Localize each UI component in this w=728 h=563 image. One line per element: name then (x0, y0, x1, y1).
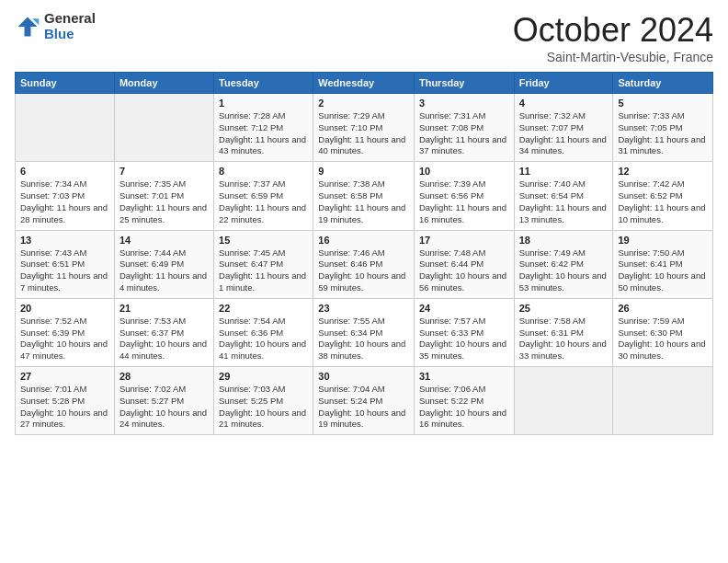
day-number: 1 (219, 98, 308, 109)
calendar-cell: 31Sunrise: 7:06 AM Sunset: 5:22 PM Dayli… (414, 367, 514, 435)
day-number: 31 (419, 371, 509, 382)
day-number: 26 (618, 303, 708, 314)
calendar-cell: 28Sunrise: 7:02 AM Sunset: 5:27 PM Dayli… (114, 367, 213, 435)
calendar-cell: 3Sunrise: 7:31 AM Sunset: 7:08 PM Daylig… (414, 94, 514, 162)
logo-blue-text: Blue (44, 27, 96, 42)
day-number: 10 (419, 166, 509, 177)
calendar-cell: 23Sunrise: 7:55 AM Sunset: 6:34 PM Dayli… (313, 298, 415, 366)
calendar-cell: 6Sunrise: 7:34 AM Sunset: 7:03 PM Daylig… (16, 162, 115, 230)
calendar-cell: 30Sunrise: 7:04 AM Sunset: 5:24 PM Dayli… (313, 367, 415, 435)
day-info: Sunrise: 7:50 AM Sunset: 6:41 PM Dayligh… (618, 247, 708, 294)
day-number: 5 (618, 98, 708, 109)
col-header-tuesday: Tuesday (214, 73, 313, 94)
calendar-cell: 4Sunrise: 7:32 AM Sunset: 7:07 PM Daylig… (514, 94, 613, 162)
day-number: 22 (219, 303, 308, 314)
calendar-cell (114, 94, 213, 162)
day-info: Sunrise: 7:53 AM Sunset: 6:37 PM Dayligh… (119, 316, 209, 362)
day-info: Sunrise: 7:46 AM Sunset: 6:46 PM Dayligh… (318, 247, 409, 294)
calendar-cell: 12Sunrise: 7:42 AM Sunset: 6:52 PM Dayli… (613, 162, 713, 230)
calendar-cell (613, 367, 713, 435)
header: General Blue October 2024 Saint-Martin-V… (15, 11, 713, 64)
day-number: 16 (318, 235, 409, 246)
calendar-cell: 2Sunrise: 7:29 AM Sunset: 7:10 PM Daylig… (313, 94, 415, 162)
calendar-cell: 9Sunrise: 7:38 AM Sunset: 6:58 PM Daylig… (313, 162, 415, 230)
day-number: 19 (618, 235, 708, 246)
calendar-cell: 21Sunrise: 7:53 AM Sunset: 6:37 PM Dayli… (114, 298, 213, 366)
day-info: Sunrise: 7:02 AM Sunset: 5:27 PM Dayligh… (119, 384, 209, 431)
day-number: 3 (419, 98, 509, 109)
col-header-friday: Friday (514, 73, 613, 94)
col-header-saturday: Saturday (613, 73, 713, 94)
day-info: Sunrise: 7:28 AM Sunset: 7:12 PM Dayligh… (219, 110, 308, 157)
day-info: Sunrise: 7:49 AM Sunset: 6:42 PM Dayligh… (519, 247, 609, 294)
day-info: Sunrise: 7:45 AM Sunset: 6:47 PM Dayligh… (219, 247, 308, 294)
calendar-cell: 26Sunrise: 7:59 AM Sunset: 6:30 PM Dayli… (613, 298, 713, 366)
calendar-cell: 8Sunrise: 7:37 AM Sunset: 6:59 PM Daylig… (214, 162, 313, 230)
calendar-cell: 20Sunrise: 7:52 AM Sunset: 6:39 PM Dayli… (16, 298, 115, 366)
day-info: Sunrise: 7:40 AM Sunset: 6:54 PM Dayligh… (519, 178, 609, 225)
calendar-cell: 1Sunrise: 7:28 AM Sunset: 7:12 PM Daylig… (214, 94, 313, 162)
day-number: 7 (119, 166, 209, 177)
day-number: 24 (419, 303, 509, 314)
day-info: Sunrise: 7:42 AM Sunset: 6:52 PM Dayligh… (618, 178, 708, 225)
week-row-4: 20Sunrise: 7:52 AM Sunset: 6:39 PM Dayli… (16, 298, 713, 366)
calendar-cell (514, 367, 613, 435)
day-number: 17 (419, 235, 509, 246)
day-info: Sunrise: 7:01 AM Sunset: 5:28 PM Dayligh… (20, 384, 109, 431)
logo-text: General Blue (44, 11, 96, 41)
col-header-sunday: Sunday (16, 73, 115, 94)
logo-general-text: General (44, 11, 96, 27)
calendar-table: SundayMondayTuesdayWednesdayThursdayFrid… (15, 72, 713, 435)
day-info: Sunrise: 7:39 AM Sunset: 6:56 PM Dayligh… (419, 178, 509, 225)
week-row-3: 13Sunrise: 7:43 AM Sunset: 6:51 PM Dayli… (16, 230, 713, 298)
calendar-cell: 5Sunrise: 7:33 AM Sunset: 7:05 PM Daylig… (613, 94, 713, 162)
calendar-cell (16, 94, 115, 162)
day-number: 18 (519, 235, 609, 246)
day-number: 30 (318, 371, 409, 382)
week-row-5: 27Sunrise: 7:01 AM Sunset: 5:28 PM Dayli… (16, 367, 713, 435)
calendar-cell: 10Sunrise: 7:39 AM Sunset: 6:56 PM Dayli… (414, 162, 514, 230)
day-info: Sunrise: 7:52 AM Sunset: 6:39 PM Dayligh… (20, 316, 109, 362)
day-info: Sunrise: 7:03 AM Sunset: 5:25 PM Dayligh… (219, 384, 308, 431)
logo-icon (15, 14, 40, 40)
day-number: 27 (20, 371, 109, 382)
day-info: Sunrise: 7:59 AM Sunset: 6:30 PM Dayligh… (618, 316, 708, 362)
week-row-1: 1Sunrise: 7:28 AM Sunset: 7:12 PM Daylig… (16, 94, 713, 162)
header-row: SundayMondayTuesdayWednesdayThursdayFrid… (16, 73, 713, 94)
day-info: Sunrise: 7:33 AM Sunset: 7:05 PM Dayligh… (618, 110, 708, 157)
day-info: Sunrise: 7:35 AM Sunset: 7:01 PM Dayligh… (119, 178, 209, 225)
calendar-cell: 24Sunrise: 7:57 AM Sunset: 6:33 PM Dayli… (414, 298, 514, 366)
day-info: Sunrise: 7:44 AM Sunset: 6:49 PM Dayligh… (119, 247, 209, 294)
day-info: Sunrise: 7:55 AM Sunset: 6:34 PM Dayligh… (318, 316, 409, 362)
day-info: Sunrise: 7:34 AM Sunset: 7:03 PM Dayligh… (20, 178, 109, 225)
calendar-cell: 22Sunrise: 7:54 AM Sunset: 6:36 PM Dayli… (214, 298, 313, 366)
day-number: 28 (119, 371, 209, 382)
calendar-cell: 25Sunrise: 7:58 AM Sunset: 6:31 PM Dayli… (514, 298, 613, 366)
day-number: 6 (20, 166, 109, 177)
day-number: 2 (318, 98, 409, 109)
calendar-cell: 15Sunrise: 7:45 AM Sunset: 6:47 PM Dayli… (214, 230, 313, 298)
logo: General Blue (15, 11, 96, 41)
day-number: 12 (618, 166, 708, 177)
calendar-cell: 16Sunrise: 7:46 AM Sunset: 6:46 PM Dayli… (313, 230, 415, 298)
day-number: 23 (318, 303, 409, 314)
page: General Blue October 2024 Saint-Martin-V… (0, 0, 728, 563)
calendar-cell: 17Sunrise: 7:48 AM Sunset: 6:44 PM Dayli… (414, 230, 514, 298)
col-header-wednesday: Wednesday (313, 73, 415, 94)
day-number: 21 (119, 303, 209, 314)
title-location: Saint-Martin-Vesubie, France (513, 50, 713, 64)
day-number: 4 (519, 98, 609, 109)
calendar-cell: 13Sunrise: 7:43 AM Sunset: 6:51 PM Dayli… (16, 230, 115, 298)
day-info: Sunrise: 7:37 AM Sunset: 6:59 PM Dayligh… (219, 178, 308, 225)
title-block: October 2024 Saint-Martin-Vesubie, Franc… (513, 11, 713, 64)
day-info: Sunrise: 7:31 AM Sunset: 7:08 PM Dayligh… (419, 110, 509, 157)
day-info: Sunrise: 7:54 AM Sunset: 6:36 PM Dayligh… (219, 316, 308, 362)
day-number: 25 (519, 303, 609, 314)
title-month: October 2024 (513, 11, 713, 50)
day-info: Sunrise: 7:43 AM Sunset: 6:51 PM Dayligh… (20, 247, 109, 294)
calendar-cell: 11Sunrise: 7:40 AM Sunset: 6:54 PM Dayli… (514, 162, 613, 230)
calendar-cell: 27Sunrise: 7:01 AM Sunset: 5:28 PM Dayli… (16, 367, 115, 435)
calendar-cell: 29Sunrise: 7:03 AM Sunset: 5:25 PM Dayli… (214, 367, 313, 435)
day-info: Sunrise: 7:29 AM Sunset: 7:10 PM Dayligh… (318, 110, 409, 157)
calendar-cell: 7Sunrise: 7:35 AM Sunset: 7:01 PM Daylig… (114, 162, 213, 230)
